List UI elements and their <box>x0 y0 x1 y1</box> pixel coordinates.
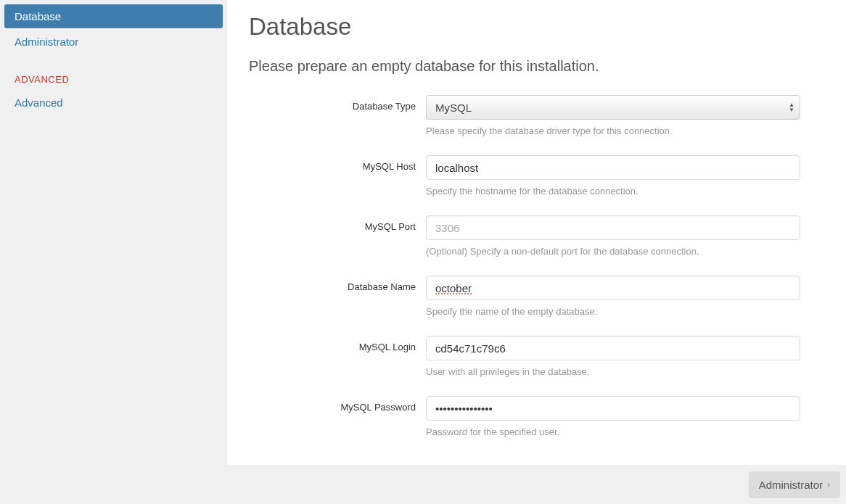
label-mysql-login: MySQL Login <box>249 336 426 352</box>
help-database-name: Specify the name of the empty database. <box>426 306 800 317</box>
row-database-name: Database Name Specify the name of the em… <box>249 276 824 317</box>
label-mysql-password: MySQL Password <box>249 396 426 413</box>
input-mysql-port[interactable] <box>426 215 800 240</box>
input-mysql-password[interactable] <box>426 396 800 421</box>
sidebar-item-advanced[interactable]: Advanced <box>4 89 223 116</box>
page-title: Database <box>249 13 824 41</box>
input-mysql-host[interactable] <box>426 155 800 180</box>
label-database-name: Database Name <box>249 276 426 292</box>
page-subtitle: Please prepare an empty database for thi… <box>249 58 824 75</box>
help-mysql-port: (Optional) Specify a non-default port fo… <box>426 246 800 257</box>
help-mysql-host: Specify the hostname for the database co… <box>426 186 800 197</box>
row-mysql-host: MySQL Host Specify the hostname for the … <box>249 155 824 197</box>
label-mysql-port: MySQL Port <box>249 215 426 232</box>
select-database-type[interactable]: MySQL <box>426 95 800 120</box>
next-button-label: Administrator <box>759 479 823 491</box>
sidebar-item-administrator[interactable]: Administrator <box>4 28 223 55</box>
main-panel: Database Please prepare an empty databas… <box>227 0 846 504</box>
help-mysql-password: Password for the specified user. <box>426 426 800 437</box>
input-mysql-login[interactable] <box>426 336 800 360</box>
select-database-type-value: MySQL <box>435 102 472 114</box>
sidebar-item-database[interactable]: Database <box>4 4 223 28</box>
row-mysql-login: MySQL Login User with all privileges in … <box>249 336 824 377</box>
sidebar-heading-advanced: ADVANCED <box>4 55 223 89</box>
row-mysql-port: MySQL Port (Optional) Specify a non-defa… <box>249 215 824 257</box>
sidebar: Database Administrator ADVANCED Advanced <box>0 0 227 504</box>
label-mysql-host: MySQL Host <box>249 155 426 172</box>
chevron-right-icon: › <box>827 479 830 489</box>
help-database-type: Please specify the database driver type … <box>426 125 800 136</box>
input-database-name[interactable] <box>426 276 800 300</box>
next-button[interactable]: Administrator › <box>749 471 840 498</box>
label-database-type: Database Type <box>249 95 426 112</box>
footer: Administrator › <box>0 465 846 504</box>
help-mysql-login: User with all privileges in the database… <box>426 366 800 377</box>
row-database-type: Database Type MySQL ▲▼ Please specify th… <box>249 95 824 136</box>
row-mysql-password: MySQL Password Password for the specifie… <box>249 396 824 437</box>
